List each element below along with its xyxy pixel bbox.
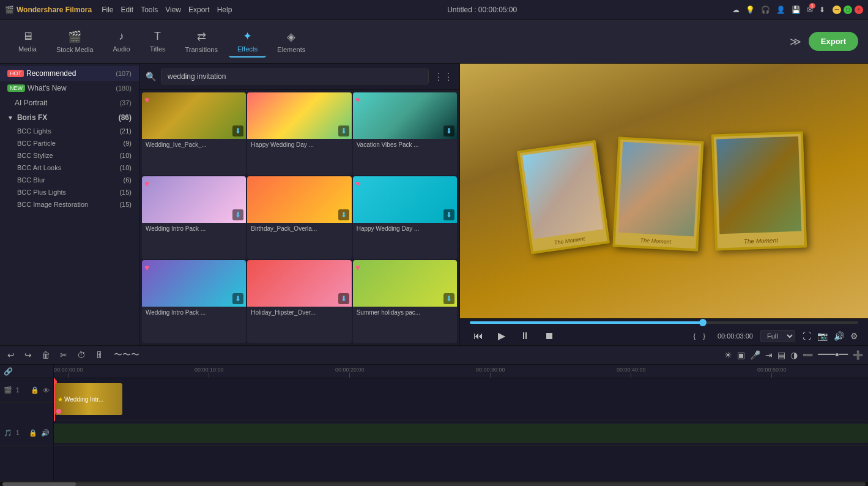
heart-icon-6[interactable]: ♥ — [355, 179, 360, 189]
sidebar-item-recommended[interactable]: HOT Recommended (107) — [0, 66, 139, 81]
toolbar-media[interactable]: 🖥 Media — [10, 26, 45, 56]
sidebar-item-bcc-art-looks[interactable]: BCC Art Looks (10) — [0, 162, 139, 174]
skip-back-button[interactable]: ⏮ — [470, 329, 487, 343]
zoom-slider[interactable]: ━━━━●━━ — [818, 350, 848, 360]
heart-icon-4[interactable]: ♥ — [144, 179, 149, 189]
toolbar-titles[interactable]: T Titles — [141, 26, 174, 56]
menu-view[interactable]: View — [165, 6, 181, 14]
sun-icon[interactable]: ☀ — [724, 350, 732, 360]
heart-icon-3[interactable]: ♥ — [355, 95, 360, 105]
arrow-right-icon[interactable]: ⇥ — [765, 350, 773, 360]
download-icon-3[interactable]: ⬇ — [443, 125, 454, 136]
timeline-content[interactable]: 00:00:00:00 00:00:10:00 00:00:20:00 00:0… — [54, 365, 868, 481]
mic-icon[interactable]: 🎤 — [750, 350, 760, 360]
zoom-in-icon[interactable]: ➕ — [853, 350, 863, 360]
redo-button[interactable]: ↪ — [22, 349, 34, 361]
play-button[interactable]: ▶ — [494, 329, 509, 343]
timeline-scrollbar[interactable] — [0, 481, 868, 486]
sidebar-item-bcc-blur[interactable]: BCC Blur (6) — [0, 174, 139, 186]
download-icon-1[interactable]: ⬇ — [232, 125, 243, 136]
sidebar-section-boris-fx[interactable]: ▼ Boris FX (86) — [0, 110, 139, 125]
sidebar-item-whats-new[interactable]: NEW What's New (180) — [0, 81, 139, 95]
progress-track[interactable] — [470, 321, 858, 324]
download-icon-7[interactable]: ⬇ — [232, 293, 243, 304]
close-button[interactable]: × — [855, 6, 863, 14]
sidebar-item-bcc-plus-lights[interactable]: BCC Plus Lights (15) — [0, 186, 139, 198]
scrollbar-track[interactable] — [2, 482, 866, 486]
volume-icon-a1[interactable]: 🔊 — [41, 429, 50, 437]
effect-card-5[interactable]: ⬇ Birthday_Pack_Overla... — [247, 176, 351, 259]
mask-icon[interactable]: ▣ — [737, 350, 745, 360]
search-input[interactable] — [161, 69, 429, 84]
toolbar-elements[interactable]: ◈ Elements — [269, 26, 314, 57]
mail-icon[interactable]: ✉1 — [807, 6, 813, 14]
screenshot-icon[interactable]: 📷 — [817, 331, 828, 341]
color-correct-icon[interactable]: ◑ — [790, 350, 798, 360]
lock-icon-v1[interactable]: 🔒 — [31, 386, 39, 394]
heart-icon-9[interactable]: ♥ — [355, 263, 360, 272]
delete-button[interactable]: 🗑 — [39, 349, 53, 361]
toolbar-audio[interactable]: ♪ Audio — [105, 26, 139, 56]
download-icon-2[interactable]: ⬇ — [338, 125, 349, 136]
fullscreen-icon[interactable]: ⛶ — [803, 331, 811, 341]
minimize-button[interactable]: ─ — [833, 6, 841, 14]
effect-card-1[interactable]: ♥ ⬇ Wedding_Ive_Pack_... — [142, 92, 246, 175]
download-icon-4[interactable]: ⬇ — [232, 209, 243, 220]
cloud-icon[interactable]: ☁ — [732, 6, 740, 14]
effect-card-4[interactable]: ♥ ⬇ Wedding Intro Pack ... — [142, 176, 246, 259]
sidebar-item-bcc-image-restoration[interactable]: BCC Image Restoration (15) — [0, 198, 139, 211]
effect-card-7[interactable]: ♥ ⬇ Wedding Intro Pack ... — [142, 260, 246, 343]
stop-button[interactable]: ⏹ — [541, 329, 558, 343]
cut-button[interactable]: ✂ — [57, 349, 70, 361]
audio-mix-button[interactable]: 🎚 — [93, 349, 106, 361]
progress-thumb[interactable] — [699, 319, 707, 326]
lightbulb-icon[interactable]: 💡 — [746, 6, 755, 14]
zoom-select[interactable]: Full 75% 50% — [760, 330, 795, 342]
menu-help[interactable]: Help — [217, 6, 232, 14]
download-icon-8[interactable]: ⬇ — [338, 293, 349, 304]
heart-icon-1[interactable]: ♥ — [144, 95, 149, 105]
grid-view-toggle[interactable]: ⋮⋮ — [434, 71, 453, 83]
link-icon[interactable]: 🔗 — [4, 367, 13, 376]
volume-icon[interactable]: 🔊 — [834, 331, 844, 341]
titles-label: Titles — [150, 45, 166, 53]
menu-edit[interactable]: Edit — [121, 6, 133, 14]
layer-icon[interactable]: ▤ — [777, 350, 785, 360]
undo-button[interactable]: ↩ — [5, 349, 17, 361]
expand-panel-button[interactable]: ≫ — [790, 35, 801, 48]
pause-button[interactable]: ⏸ — [516, 329, 533, 343]
effect-card-6[interactable]: ♥ ⬇ Happy Wedding Day ... — [353, 176, 457, 259]
effect-card-8[interactable]: ⬇ Holiday_Hipster_Over... — [247, 260, 351, 343]
effect-card-9[interactable]: ♥ ⬇ Summer holidays pac... — [353, 260, 457, 343]
save-icon[interactable]: 💾 — [792, 6, 801, 14]
maximize-button[interactable]: □ — [844, 6, 852, 14]
effect-card-3[interactable]: ♥ ⬇ Vacation Vibes Pack ... — [353, 92, 457, 175]
eye-icon-v1[interactable]: 👁 — [43, 387, 50, 394]
zoom-out-icon[interactable]: ➖ — [803, 350, 813, 360]
toolbar-stock-media[interactable]: 🎬 Stock Media — [48, 26, 102, 57]
sidebar-item-ai-portrait[interactable]: AI Portrait (37) — [0, 95, 139, 110]
menu-export[interactable]: Export — [188, 6, 210, 14]
waveform-button[interactable]: 〜〜〜 — [111, 348, 142, 362]
menu-tools[interactable]: Tools — [141, 6, 158, 14]
sidebar-item-bcc-particle[interactable]: BCC Particle (9) — [0, 137, 139, 149]
export-button[interactable]: Export — [809, 32, 858, 51]
download-icon-5[interactable]: ⬇ — [338, 209, 349, 220]
settings-icon[interactable]: ⚙ — [850, 331, 858, 341]
download-icon[interactable]: ⬇ — [819, 6, 825, 14]
sidebar-item-bcc-lights[interactable]: BCC Lights (21) — [0, 125, 139, 137]
download-icon-6[interactable]: ⬇ — [443, 209, 454, 220]
menu-file[interactable]: File — [102, 6, 113, 14]
scrollbar-thumb[interactable] — [2, 482, 76, 486]
sidebar-item-bcc-stylize[interactable]: BCC Stylize (10) — [0, 149, 139, 162]
speed-button[interactable]: ⏱ — [75, 349, 88, 361]
heart-icon-7[interactable]: ♥ — [144, 263, 149, 272]
user-icon[interactable]: 👤 — [776, 6, 785, 14]
download-icon-9[interactable]: ⬇ — [443, 293, 454, 304]
timeline-clip-v1[interactable]: ★ Wedding Intr... — [55, 383, 122, 415]
toolbar-transitions[interactable]: ⇄ Transitions — [177, 26, 226, 57]
lock-icon-a1[interactable]: 🔒 — [29, 429, 37, 437]
toolbar-effects[interactable]: ✦ Effects — [229, 26, 266, 58]
headset-icon[interactable]: 🎧 — [761, 6, 770, 14]
effect-card-2[interactable]: ⬇ Happy Wedding Day ... — [247, 92, 351, 175]
